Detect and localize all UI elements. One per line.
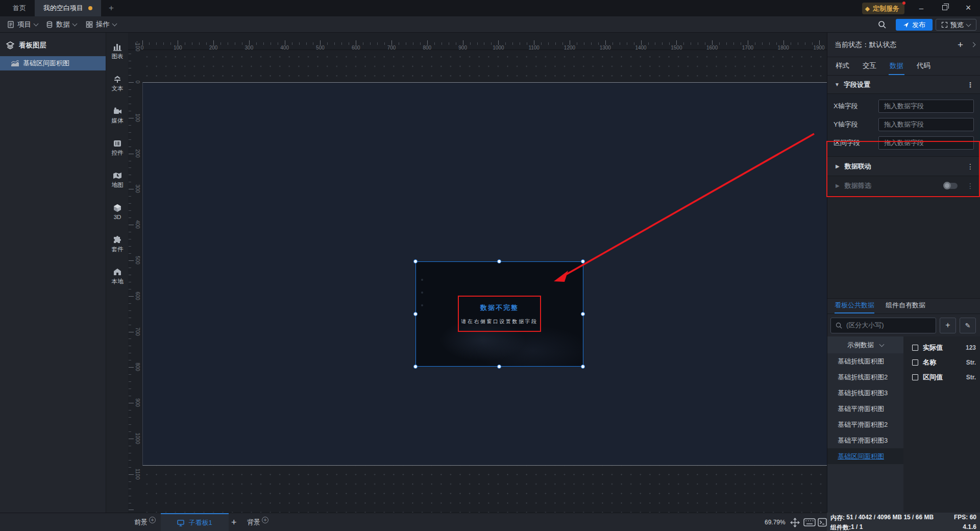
inspector-tab-数据[interactable]: 数据 xyxy=(890,61,903,75)
tool-category-8[interactable]: 本地 xyxy=(106,268,129,285)
tool-category-4[interactable]: 控件 xyxy=(106,139,129,157)
chevron-down-icon xyxy=(34,21,39,26)
expand-arrow-icon: ▶ xyxy=(836,163,840,169)
dataset-source-selector[interactable]: 示例数据 xyxy=(827,336,903,353)
chevron-right-icon[interactable] xyxy=(971,42,976,47)
selected-component-basic-range-area-chart[interactable]: 数据不完整 请在右侧窗口设置数据字段 xyxy=(415,261,583,367)
add-dataset-button[interactable]: + xyxy=(940,318,956,333)
horizontal-ruler: 0100200300400500600700800900100011001200… xyxy=(128,33,827,50)
field-drop-input[interactable]: 拖入数据字段 xyxy=(878,118,974,131)
tab-project[interactable]: 我的空白项目 xyxy=(35,0,101,16)
dataset-item[interactable]: 基础平滑面积图3 xyxy=(827,432,903,448)
data-link-section[interactable]: ▶ 数据联动 ⋮ xyxy=(827,157,980,176)
tool-category-5[interactable]: 地图 xyxy=(106,172,129,189)
tool-category-3[interactable]: 媒体 xyxy=(106,107,129,125)
v-ruler-label: -100 xyxy=(135,41,140,52)
operate-icon xyxy=(86,21,93,28)
field-settings-header[interactable]: ▼ 字段设置 ⋮ xyxy=(827,76,980,94)
tool-category-2[interactable]: 文本 xyxy=(106,75,129,92)
field-checkbox[interactable] xyxy=(912,374,918,380)
canvas-viewport[interactable]: 0100200300400500600700800900100011001200… xyxy=(128,33,827,513)
resize-handle-e[interactable] xyxy=(581,312,585,316)
h-ruler-label: 1300 xyxy=(600,45,611,51)
fit-screen-icon[interactable] xyxy=(790,518,800,527)
component-count-label: 组件数: xyxy=(830,523,851,531)
new-project-tab-button[interactable]: + xyxy=(106,3,116,13)
dataset-field-row[interactable]: 实际值123 xyxy=(903,340,980,355)
notification-dot-icon xyxy=(902,2,905,5)
data-filter-section[interactable]: ▶ 数据筛选 ⋮ xyxy=(827,176,980,196)
tab-home[interactable]: 首页 xyxy=(6,0,33,16)
add-background-icon[interactable]: + xyxy=(262,517,268,523)
page-dot-icon xyxy=(421,292,423,294)
h-ruler-label: 1100 xyxy=(528,45,540,51)
tool-category-1[interactable]: 图表 xyxy=(106,43,129,60)
inspector-tab-样式[interactable]: 样式 xyxy=(836,61,849,75)
version-number: 4.1.6 xyxy=(963,523,976,531)
dataset-item[interactable]: 基础折线面积图 xyxy=(827,353,903,369)
add-state-button[interactable]: + xyxy=(958,39,963,51)
foreground-layer-button[interactable]: 前景 + xyxy=(134,513,156,531)
minimize-button[interactable]: – xyxy=(913,0,930,15)
zoom-level[interactable]: 69.79% xyxy=(765,513,786,531)
add-foreground-icon[interactable]: + xyxy=(149,517,156,523)
field-drop-input[interactable]: 拖入数据字段 xyxy=(878,100,974,113)
field-checkbox[interactable] xyxy=(912,345,918,351)
v-ruler-label: 1100 xyxy=(135,468,140,479)
field-drop-input[interactable]: 拖入数据字段 xyxy=(878,136,974,150)
resize-handle-nw[interactable] xyxy=(413,259,418,263)
console-icon[interactable] xyxy=(818,518,827,527)
tool-category-label: 控件 xyxy=(106,149,129,157)
current-state-value: 默认状态 xyxy=(869,40,897,50)
resize-handle-w[interactable] xyxy=(413,312,418,316)
field-label: X轴字段 xyxy=(834,102,878,111)
field-label: 区间字段 xyxy=(834,138,878,148)
resize-handle-se[interactable] xyxy=(581,365,585,369)
publish-button[interactable]: 发布 xyxy=(896,19,933,31)
h-ruler-label: 100 xyxy=(174,45,182,51)
keyboard-icon[interactable] xyxy=(803,518,816,527)
resize-handle-s[interactable] xyxy=(497,365,501,369)
dataset-item[interactable]: 基础折线面积图3 xyxy=(827,385,903,401)
custom-service-button[interactable]: ◆ 定制服务 xyxy=(862,3,904,14)
kebab-menu-icon[interactable]: ⋮ xyxy=(967,162,974,171)
data-tab-看板公共数据[interactable]: 看板公共数据 xyxy=(835,301,874,313)
dataset-field-row[interactable]: 区间值Str. xyxy=(903,370,980,384)
kebab-menu-icon[interactable]: ⋮ xyxy=(967,182,974,190)
maximize-button[interactable] xyxy=(936,0,953,15)
field-row-2: Y轴字段拖入数据字段 xyxy=(827,115,980,134)
field-checkbox[interactable] xyxy=(912,359,918,366)
area-chart-layer-icon xyxy=(11,60,19,66)
resize-handle-sw[interactable] xyxy=(413,365,418,369)
tool-category-7[interactable]: 套件 xyxy=(106,236,129,253)
data-filter-toggle[interactable] xyxy=(944,183,958,189)
data-search-input[interactable]: (区分大小写) xyxy=(830,318,936,333)
dataset-item[interactable]: 基础平滑面积图2 xyxy=(827,417,903,432)
edit-dataset-button[interactable]: ✎ xyxy=(960,318,976,333)
dataset-field-row[interactable]: 名称Str. xyxy=(903,355,980,370)
tool-category-6[interactable]: 3D xyxy=(106,204,129,220)
dataset-item[interactable]: 基础平滑面积图 xyxy=(827,401,903,417)
inspector-tabs: 样式交互数据代码 xyxy=(827,57,980,76)
layer-item-basic-range-area-chart[interactable]: 基础区间面积图 xyxy=(0,56,106,70)
toggle-knob xyxy=(943,182,951,189)
kebab-menu-icon[interactable]: ⋮ xyxy=(967,81,974,89)
menu-operate[interactable]: 操作 xyxy=(86,16,116,32)
search-icon[interactable] xyxy=(878,20,887,29)
subboard-tab[interactable]: 子看板1 xyxy=(161,513,229,531)
resize-handle-n[interactable] xyxy=(497,259,501,263)
inspector-tab-交互[interactable]: 交互 xyxy=(863,61,876,75)
preview-button[interactable]: 预览 xyxy=(936,19,976,31)
close-button[interactable]: × xyxy=(960,0,977,15)
background-layer-button[interactable]: 背景 + xyxy=(247,513,268,531)
dataset-item[interactable]: 基础折线面积图2 xyxy=(827,369,903,385)
data-tab-组件自有数据[interactable]: 组件自有数据 xyxy=(886,301,925,313)
menu-data[interactable]: 数据 xyxy=(46,16,77,32)
menu-project[interactable]: 项目 xyxy=(7,16,38,32)
dataset-item[interactable]: 基础区间面积图 xyxy=(827,448,903,464)
bottom-bar: 前景 + 子看板1 + 背景 + 69.79% xyxy=(0,513,827,531)
inspector-tab-代码[interactable]: 代码 xyxy=(917,61,930,75)
add-subboard-button[interactable]: + xyxy=(231,513,237,531)
dashboard-board[interactable]: 数据不完整 请在右侧窗口设置数据字段 xyxy=(142,82,827,466)
resize-handle-ne[interactable] xyxy=(581,259,585,263)
